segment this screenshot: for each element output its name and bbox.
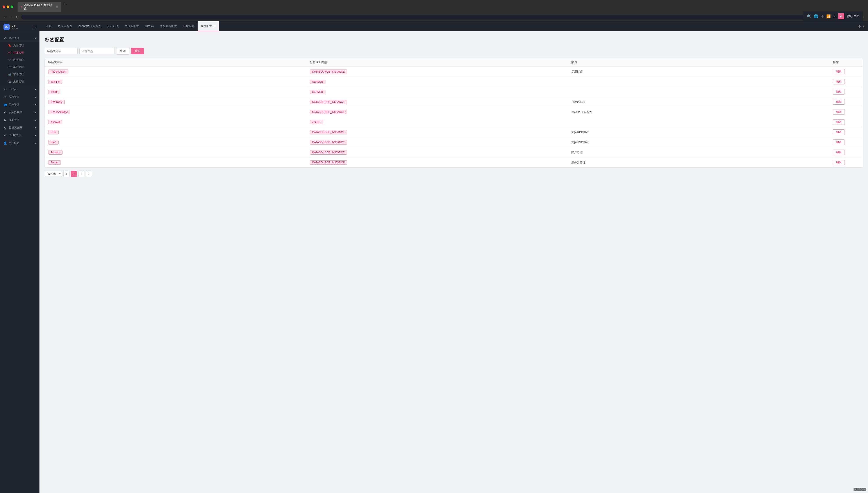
- sidebar-item-environment[interactable]: ⚙ 环境管理: [0, 56, 40, 64]
- table-row: Authorization DATASOURCE_INSTANCE 启用认证 编…: [45, 67, 863, 77]
- settings-button[interactable]: ⚙: [858, 24, 861, 28]
- audit-icon: 📹: [8, 73, 12, 76]
- system-label: 系统管理: [9, 37, 19, 40]
- tag-type-cell: DATASOURCE_INSTANCE: [310, 160, 347, 165]
- refresh-button[interactable]: ↻: [15, 15, 20, 20]
- userinfo-label: 用户信息: [9, 141, 19, 145]
- sidebar-item-tags[interactable]: 🏷 标签管理: [0, 49, 40, 56]
- app-mgmt-icon: ⚙: [3, 95, 7, 99]
- close-traffic-light[interactable]: [3, 5, 5, 8]
- sidebar-item-tasks[interactable]: ▶ 任务管理 ▾: [0, 116, 40, 124]
- sidebar-item-app-mgmt[interactable]: ⚙ 应用管理 ▾: [0, 93, 40, 101]
- add-button[interactable]: 新增: [131, 48, 144, 55]
- edit-button-2[interactable]: 编辑: [833, 89, 845, 94]
- tag-keyword-input[interactable]: [45, 48, 78, 55]
- sidebar-item-workbench[interactable]: □ 工作台 ▾: [0, 86, 40, 93]
- rbac-arrow-icon: ▾: [35, 134, 36, 137]
- minimize-traffic-light[interactable]: [6, 5, 9, 8]
- desc-cell: 启用认证: [571, 70, 833, 74]
- sidebar-logo: D2 D2 Admin ☰: [0, 21, 40, 33]
- expand-button[interactable]: ▾: [863, 24, 865, 28]
- nav-group-userinfo: 👤 用户信息 ▾: [0, 140, 40, 147]
- nav-group-servers: ⚙ 服务器管理 ▾: [0, 109, 40, 116]
- active-browser-tab[interactable]: ● Opscloud4 Dev | 标签配置 ✕: [18, 2, 61, 12]
- table-row: Android ASSET 编辑: [45, 117, 863, 127]
- menu-icon[interactable]: ⋮: [863, 15, 865, 19]
- address-bar-row: ← → ↻ 127.0.0.1:8080/#/sys/tag ☆ ⊕ ⬡ 🔌 ⋮: [0, 14, 868, 21]
- address-bar-input[interactable]: 127.0.0.1:8080/#/sys/tag: [21, 15, 843, 20]
- top-nav-actions: ⚙ ▾: [858, 24, 865, 28]
- nav-group-rbac: ⚙ RBAC管理 ▾: [0, 132, 40, 139]
- tag-keyword-cell: Android: [48, 120, 62, 124]
- tab-zabbix[interactable]: Zabbix数据源实例: [75, 21, 104, 31]
- tab-title: Opscloud4 Dev | 标签配置: [24, 3, 54, 10]
- edit-button-5[interactable]: 编辑: [833, 119, 845, 125]
- edit-button-6[interactable]: 编辑: [833, 129, 845, 135]
- edit-button-3[interactable]: 编辑: [833, 99, 845, 105]
- desc-cell: 只读数据源: [571, 100, 833, 104]
- search-button[interactable]: 查询: [116, 48, 129, 55]
- top-nav-tabs: 首页 数据源实例 Zabbix数据源实例 资产订阅 数据源配置 服务器 系统凭据…: [43, 21, 858, 31]
- sidebar-item-menu[interactable]: ☰ 菜单管理: [0, 64, 40, 71]
- tab-favicon: ●: [21, 5, 22, 8]
- edit-button-4[interactable]: 编辑: [833, 109, 845, 115]
- sidebar-item-audit[interactable]: 📹 审计管理: [0, 71, 40, 78]
- maximize-traffic-light[interactable]: [10, 5, 13, 8]
- hamburger-button[interactable]: ☰: [33, 25, 36, 29]
- top-nav: 首页 数据源实例 Zabbix数据源实例 资产订阅 数据源配置 服务器 系统凭据…: [40, 21, 868, 31]
- tab-close-btn[interactable]: ✕: [56, 5, 58, 8]
- sidebar-item-cluster[interactable]: ☰ 集群管理: [0, 78, 40, 85]
- sidebar-item-rbac[interactable]: ⚙ RBAC管理 ▾: [0, 132, 40, 139]
- sidebar-item-users[interactable]: 👥 用户管理 ▾: [0, 101, 40, 108]
- environment-icon: ⚙: [8, 58, 12, 62]
- workbench-label: 工作台: [9, 87, 17, 91]
- back-button[interactable]: ←: [3, 15, 8, 20]
- sidebar-item-datasource[interactable]: ⚙ 数据源管理 ▾: [0, 124, 40, 131]
- tab-server[interactable]: 服务器: [142, 21, 157, 31]
- tag-type-cell: ASSET: [310, 120, 323, 124]
- credentials-icon: 🔖: [8, 44, 12, 47]
- col-action: 操作: [833, 60, 859, 64]
- sidebar-nav: ⚙ 系统管理 ▾ 🔖 凭据管理 🏷 标签管理 ⚙ 环境管理: [0, 33, 40, 493]
- edit-button-1[interactable]: 编辑: [833, 79, 845, 84]
- table-row: Account DATASOURCE_INSTANCE 账户管理 编辑: [45, 147, 863, 157]
- prev-page-button[interactable]: ‹: [63, 171, 69, 177]
- tab-home[interactable]: 首页: [43, 21, 55, 31]
- tab-close-icon[interactable]: ✕: [213, 25, 216, 28]
- browser-chrome: ● Opscloud4 Dev | 标签配置 ✕ +: [0, 0, 868, 14]
- tab-tag-config[interactable]: 标签配置 ✕: [198, 21, 219, 31]
- rbac-label: RBAC管理: [9, 133, 21, 137]
- tab-datasource-config[interactable]: 数据源配置: [122, 21, 142, 31]
- tasks-arrow-icon: ▾: [35, 119, 36, 121]
- sidebar-item-credentials[interactable]: 🔖 凭据管理: [0, 42, 40, 49]
- forward-button[interactable]: →: [9, 15, 14, 20]
- edit-button-8[interactable]: 编辑: [833, 150, 845, 155]
- tag-keyword-cell: Authorization: [48, 69, 68, 74]
- logo-text-group: D2 Admin: [12, 24, 18, 30]
- business-type-select[interactable]: 业务类型: [80, 48, 114, 55]
- workbench-arrow-icon: ▾: [35, 88, 36, 90]
- edit-button-7[interactable]: 编辑: [833, 140, 845, 145]
- tab-datasource-instance[interactable]: 数据源实例: [55, 21, 75, 31]
- sidebar-item-system[interactable]: ⚙ 系统管理 ▾: [0, 35, 40, 42]
- edit-button-0[interactable]: 编辑: [833, 69, 845, 74]
- sidebar-item-servers[interactable]: ⚙ 服务器管理 ▾: [0, 109, 40, 116]
- next-page-button[interactable]: ›: [86, 171, 92, 177]
- sidebar-item-userinfo[interactable]: 👤 用户信息 ▾: [0, 140, 40, 147]
- page-size-select[interactable]: 10条/页 20条/页 50条/页: [45, 171, 62, 177]
- tab-sys-credentials[interactable]: 系统凭据配置: [157, 21, 180, 31]
- cluster-icon: ☰: [8, 80, 12, 83]
- tag-type-cell: DATASOURCE_INSTANCE: [310, 130, 347, 134]
- main-content: 首页 数据源实例 Zabbix数据源实例 资产订阅 数据源配置 服务器 系统凭据…: [40, 21, 868, 493]
- col-keyword: 标签关键字: [48, 60, 310, 64]
- page-2-button[interactable]: 2: [78, 171, 84, 177]
- tab-env-config[interactable]: 环境配置: [180, 21, 198, 31]
- nav-group-app: ⚙ 应用管理 ▾: [0, 93, 40, 101]
- tag-keyword-cell: ReadAndWrite: [48, 110, 70, 114]
- tab-asset-subscribe[interactable]: 资产订阅: [104, 21, 122, 31]
- rbac-icon: ⚙: [3, 134, 7, 137]
- table-header: 标签关键字 标签业务类型 描述 操作: [45, 58, 863, 67]
- edit-button-9[interactable]: 编辑: [833, 160, 845, 165]
- page-1-button[interactable]: 1: [71, 171, 77, 177]
- new-tab-button[interactable]: +: [62, 2, 67, 12]
